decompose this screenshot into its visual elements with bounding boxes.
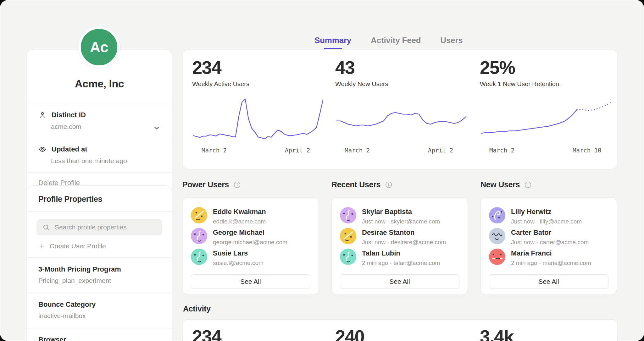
property-row-3-month-pricing-program[interactable]: 3-Month Pricing ProgramPricing_plan_expe… <box>27 258 172 293</box>
stat-label: Weekly New Users <box>335 80 388 88</box>
summary-stat-weekly-new-users: 43Weekly New UsersMarch 2April 2 <box>335 50 467 169</box>
distinct-id-field: Distinct ID acme.com <box>27 104 172 138</box>
user-name: Desirae Stanton <box>362 228 446 237</box>
user-row-george-michael[interactable]: George Michaelgeorge.michael@acme.com <box>191 228 310 245</box>
user-text: Skylar BaptistaJust now · skyler@acme.co… <box>362 207 440 225</box>
avatar-face-wink <box>340 228 356 244</box>
plus-icon <box>38 243 45 250</box>
stat-label: Weekly Active Users <box>192 80 249 88</box>
x-axis-label-right: April 2 <box>428 147 453 154</box>
sparkline-chart <box>480 92 612 143</box>
user-meta: Just now · desirare@acme.com <box>362 239 446 246</box>
avatar-face-flat <box>489 249 505 265</box>
sparkline-chart <box>192 92 324 143</box>
x-axis-label-left: March 2 <box>202 147 227 154</box>
user-text: Talan Lubin2 min ago · talan@acme.com <box>362 249 440 266</box>
search-profile-properties-input[interactable] <box>36 219 162 235</box>
activity-stat-value: 234 <box>192 326 221 341</box>
user-row-skylar-baptista[interactable]: Skylar BaptistaJust now · skyler@acme.co… <box>340 207 459 225</box>
avatar-face-squiggle <box>191 228 207 244</box>
user-avatar <box>489 228 505 244</box>
person-icon <box>38 111 47 119</box>
user-text: Maria Franci2 min ago · maria@acme.com <box>511 249 591 266</box>
avatar-face-loop <box>489 207 505 223</box>
stat-value: 43 <box>335 57 355 78</box>
user-avatar <box>191 228 207 244</box>
user-row-lilly-herwitz[interactable]: Lilly HerwitzJust now · lilly@acme.com <box>489 207 608 225</box>
info-icon[interactable] <box>233 181 241 189</box>
sparkline-chart <box>335 92 467 143</box>
avatar-face-squiggle <box>340 249 356 265</box>
property-list: 3-Month Pricing ProgramPricing_plan_expe… <box>27 258 172 341</box>
activity-card: 234 240 3.4k <box>182 319 618 341</box>
app-window: Ac Acme, Inc Distinct ID acme.com <box>0 0 644 341</box>
user-name: George Michael <box>213 228 287 237</box>
user-row-eddie-kwakman[interactable]: Eddie Kwakmaneddie.k@acme.com <box>191 207 310 225</box>
summary-card: 234Weekly Active UsersMarch 2April 243We… <box>182 50 618 169</box>
tab-summary[interactable]: Summary <box>314 36 351 49</box>
info-icon[interactable] <box>385 181 393 189</box>
user-row-susie-lars[interactable]: Susie Larssusie.l@acme.com <box>191 249 310 266</box>
user-avatar <box>489 249 505 265</box>
profile-properties-card: Profile Properties Create User Profile <box>27 185 172 341</box>
field-value: acme.com <box>51 123 160 130</box>
property-name: Bounce Category <box>38 300 160 309</box>
x-axis-label-right: April 2 <box>285 147 310 154</box>
x-axis-label-left: March 2 <box>489 147 514 154</box>
property-row-browser[interactable]: BrowserChrome <box>27 328 172 341</box>
activity-stat-value: 3.4k <box>480 326 514 341</box>
user-text: Susie Larssusie.l@acme.com <box>213 249 264 266</box>
user-avatar <box>191 207 207 223</box>
user-row-maria-franci[interactable]: Maria Franci2 min ago · maria@acme.com <box>489 249 608 266</box>
x-axis-label-right: March 10 <box>573 147 602 154</box>
user-meta: Just now · skyler@acme.com <box>362 218 440 225</box>
user-text: Carter BatorJust now · carter@acme.com <box>511 228 589 245</box>
info-icon[interactable] <box>524 181 532 189</box>
user-avatar <box>489 207 505 223</box>
create-user-profile-button[interactable]: Create User Profile <box>27 235 172 257</box>
user-text: Desirae StantonJust now · desirare@acme.… <box>362 228 446 245</box>
user-avatar <box>340 207 356 223</box>
org-avatar-initials: Ac <box>90 39 108 56</box>
search-icon <box>42 223 50 231</box>
tab-bar: SummaryActivity FeedUsers <box>314 36 463 49</box>
user-name: Eddie Kwakman <box>213 208 266 216</box>
summary-stat-week-1-new-user-retention: 25%Week 1 New User RetentionMarch 2March… <box>480 50 612 169</box>
avatar-face-squiggle <box>340 207 356 223</box>
property-name: 3-Month Pricing Program <box>38 265 160 273</box>
x-axis-label-left: March 2 <box>345 147 370 154</box>
user-meta: Just now · carter@acme.com <box>511 239 589 246</box>
user-name: Carter Bator <box>511 228 589 237</box>
property-name: Browser <box>38 336 160 341</box>
section-title: Recent Users <box>331 180 380 189</box>
user-avatar <box>340 249 356 265</box>
create-user-profile-label: Create User Profile <box>50 242 106 250</box>
tab-users[interactable]: Users <box>440 36 463 49</box>
field-value: Less than one minute ago <box>51 157 160 165</box>
user-list-card: Skylar BaptistaJust now · skyler@acme.co… <box>331 197 468 295</box>
tab-activity-feed[interactable]: Activity Feed <box>371 36 421 49</box>
profile-card: Acme, Inc Distinct ID acme.com <box>27 50 172 195</box>
user-list-card: Lilly HerwitzJust now · lilly@acme.comCa… <box>480 197 617 295</box>
x-axis-labels: March 2April 2 <box>192 147 324 155</box>
user-text: Lilly HerwitzJust now · lilly@acme.com <box>511 207 582 225</box>
user-row-desirae-stanton[interactable]: Desirae StantonJust now · desirare@acme.… <box>340 228 459 245</box>
user-row-talan-lubin[interactable]: Talan Lubin2 min ago · talan@acme.com <box>340 249 459 266</box>
chevron-down-icon[interactable] <box>152 124 161 132</box>
search-wrap <box>36 219 162 235</box>
stat-value: 25% <box>480 57 515 78</box>
avatar-face-squiggle <box>191 249 207 265</box>
field-label: Distinct ID <box>52 111 86 119</box>
user-text: George Michaelgeorge.michael@acme.com <box>213 228 287 245</box>
section-header: Power Users <box>182 179 319 190</box>
see-all-button[interactable]: See All <box>340 274 459 289</box>
see-all-button[interactable]: See All <box>191 274 310 289</box>
section-header: Recent Users <box>331 179 468 190</box>
see-all-button[interactable]: See All <box>489 274 608 289</box>
property-row-bounce-category[interactable]: Bounce Categoryinactive-mailbox <box>27 293 172 328</box>
user-row-carter-bator[interactable]: Carter BatorJust now · carter@acme.com <box>489 228 608 245</box>
user-name: Talan Lubin <box>362 249 440 257</box>
user-avatar <box>340 228 356 244</box>
screenshot-stage: Ac Acme, Inc Distinct ID acme.com <box>0 0 644 341</box>
user-name: Lilly Herwitz <box>511 208 582 216</box>
